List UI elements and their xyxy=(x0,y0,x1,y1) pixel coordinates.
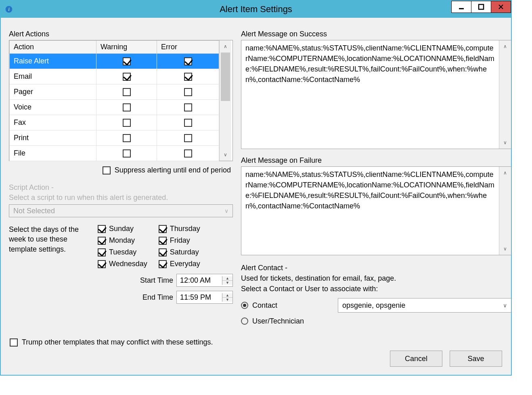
success-msg-label: Alert Message on Success xyxy=(241,30,511,38)
table-row[interactable]: Email xyxy=(10,69,219,84)
end-time-input[interactable]: 11:59 PM ▲ ▼ xyxy=(176,291,233,304)
day-checkbox[interactable] xyxy=(98,225,106,233)
error-column-header[interactable]: Error xyxy=(157,41,219,54)
alert-actions-table: Action Warning Error Raise AlertEmailPag… xyxy=(9,40,233,161)
start-time-down-icon[interactable]: ▼ xyxy=(222,281,232,285)
end-time-up-icon[interactable]: ▲ xyxy=(222,293,232,298)
cancel-button[interactable]: Cancel xyxy=(390,351,442,367)
error-checkbox[interactable] xyxy=(184,88,192,96)
alert-contact-heading: Alert Contact - xyxy=(241,263,511,273)
warning-checkbox[interactable] xyxy=(123,134,131,142)
start-time-up-icon[interactable]: ▲ xyxy=(222,276,232,281)
warning-checkbox[interactable] xyxy=(123,73,131,81)
contact-combo-value: opsgenie, opsgenie xyxy=(342,300,405,311)
day-checkbox[interactable] xyxy=(159,248,167,256)
error-checkbox[interactable] xyxy=(184,73,192,81)
table-row[interactable]: Fax xyxy=(10,115,219,130)
day-label: Saturday xyxy=(170,248,199,256)
table-row[interactable]: Pager xyxy=(10,84,219,100)
warning-checkbox[interactable] xyxy=(123,119,131,127)
action-cell-label: Voice xyxy=(14,103,31,111)
app-icon: i xyxy=(5,5,13,13)
start-time-input[interactable]: 12:00 AM ▲ ▼ xyxy=(176,274,233,287)
day-checkbox[interactable] xyxy=(159,260,167,268)
failure-msg-label: Alert Message on Failure xyxy=(241,156,511,165)
actions-scrollbar[interactable]: ∧ ∨ xyxy=(219,40,231,161)
error-checkbox[interactable] xyxy=(184,57,192,65)
day-item: Sunday xyxy=(98,225,147,233)
day-checkbox[interactable] xyxy=(159,237,167,245)
alert-contact-line2: Select a Contact or User to associate wi… xyxy=(241,284,511,294)
day-label: Wednesday xyxy=(109,260,147,268)
maximize-button[interactable] xyxy=(471,1,491,13)
scroll-up-icon[interactable]: ∧ xyxy=(499,167,511,179)
day-checkbox[interactable] xyxy=(159,225,167,233)
day-label: Thursday xyxy=(170,225,200,233)
day-label: Everyday xyxy=(170,260,200,268)
success-msg-box[interactable]: name:%NAME%,status:%STATUS%,clientName:%… xyxy=(241,40,511,149)
end-time-label: End Time xyxy=(142,293,173,302)
error-checkbox[interactable] xyxy=(184,119,192,127)
scroll-up-icon[interactable]: ∧ xyxy=(220,40,231,53)
trump-checkbox[interactable] xyxy=(10,338,18,347)
day-checkbox[interactable] xyxy=(98,248,106,256)
day-item: Friday xyxy=(159,236,200,245)
action-cell-label: Pager xyxy=(14,88,33,96)
error-checkbox[interactable] xyxy=(184,103,192,111)
alert-contact-line1: Used for tickets, destination for email,… xyxy=(241,273,511,284)
day-item: Thursday xyxy=(159,225,200,233)
scroll-down-icon[interactable]: ∨ xyxy=(220,149,231,161)
day-checkbox[interactable] xyxy=(98,237,106,245)
user-radio-label: User/Technician xyxy=(252,316,304,326)
alert-actions-label: Alert Actions xyxy=(9,30,233,38)
trump-label: Trump other templates that may conflict … xyxy=(22,338,213,347)
warning-column-header[interactable]: Warning xyxy=(96,41,157,54)
contact-combo[interactable]: opsgenie, opsgenie ∨ xyxy=(338,298,511,313)
error-checkbox[interactable] xyxy=(184,134,192,142)
warning-checkbox[interactable] xyxy=(123,88,131,96)
chevron-down-icon: ∨ xyxy=(503,301,507,309)
script-action-help: Select a script to run when this alert i… xyxy=(9,193,233,202)
svg-text:i: i xyxy=(8,7,9,12)
day-checkbox[interactable] xyxy=(98,260,106,268)
warning-checkbox[interactable] xyxy=(123,149,131,158)
day-item: Everyday xyxy=(159,260,200,268)
scroll-up-icon[interactable]: ∧ xyxy=(499,40,511,53)
failure-msg-box[interactable]: name:%NAME%,status:%STATUS%,clientName:%… xyxy=(241,166,511,255)
warning-checkbox[interactable] xyxy=(123,103,131,111)
day-item: Wednesday xyxy=(98,260,147,268)
failure-msg-text: name:%NAME%,status:%STATUS%,clientName:%… xyxy=(241,167,499,255)
end-time-down-icon[interactable]: ▼ xyxy=(222,298,232,302)
svg-rect-3 xyxy=(479,4,484,9)
suppress-checkbox[interactable] xyxy=(103,166,111,174)
close-button[interactable] xyxy=(491,1,511,13)
suppress-label: Suppress alerting until end of period xyxy=(115,166,231,174)
dialog-window: i Alert Item Settings Alert Actions Acti… xyxy=(0,0,512,376)
contact-radio[interactable] xyxy=(241,302,248,309)
failure-scrollbar[interactable]: ∧ ∨ xyxy=(499,167,511,255)
script-action-combo[interactable]: Not Selected ∨ xyxy=(9,204,233,217)
action-column-header[interactable]: Action xyxy=(10,41,96,54)
table-row[interactable]: Print xyxy=(10,130,219,146)
minimize-button[interactable] xyxy=(451,1,471,13)
day-item: Saturday xyxy=(159,248,200,256)
save-button[interactable]: Save xyxy=(450,351,502,367)
scroll-down-icon[interactable]: ∨ xyxy=(499,137,511,149)
scroll-track[interactable] xyxy=(220,53,231,149)
day-label: Friday xyxy=(170,236,190,245)
warning-checkbox[interactable] xyxy=(123,57,131,65)
table-row[interactable]: Raise Alert xyxy=(10,54,219,69)
window-controls xyxy=(452,1,511,13)
scroll-thumb[interactable] xyxy=(221,53,230,101)
table-row[interactable]: Voice xyxy=(10,100,219,115)
start-time-value: 12:00 AM xyxy=(177,276,222,285)
table-row[interactable]: File xyxy=(10,146,219,161)
svg-rect-2 xyxy=(459,8,464,9)
error-checkbox[interactable] xyxy=(184,149,192,158)
end-time-value: 11:59 PM xyxy=(177,293,222,302)
scroll-down-icon[interactable]: ∨ xyxy=(499,243,511,255)
success-scrollbar[interactable]: ∧ ∨ xyxy=(499,40,511,149)
user-radio[interactable] xyxy=(241,317,248,325)
days-help-text: Select the days of the week to use these… xyxy=(9,225,90,268)
day-item: Monday xyxy=(98,236,147,245)
